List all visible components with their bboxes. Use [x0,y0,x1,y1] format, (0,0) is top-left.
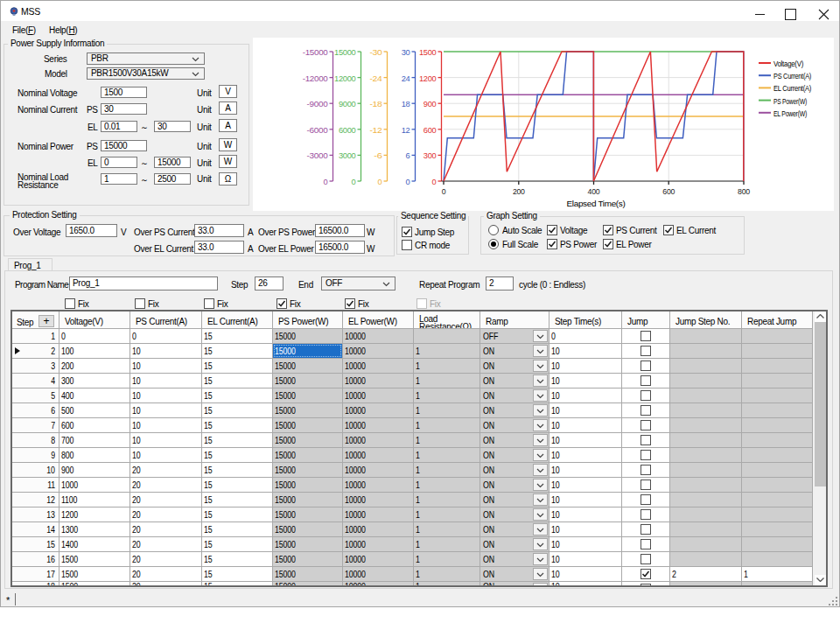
svg-text:12: 12 [402,125,410,135]
svg-text:EL Current(A): EL Current(A) [774,83,811,93]
svg-text:900: 900 [424,99,437,108]
svg-text:800: 800 [738,186,750,196]
svg-text:600: 600 [424,125,437,135]
svg-text:18: 18 [402,99,410,108]
svg-text:-6: -6 [374,150,382,160]
svg-text:15000: 15000 [334,47,356,57]
svg-text:200: 200 [513,186,525,196]
svg-text:-12: -12 [369,125,382,135]
svg-text:0: 0 [352,177,356,186]
svg-text:-18: -18 [369,99,382,108]
svg-text:0: 0 [442,186,446,196]
svg-text:0: 0 [406,177,410,186]
svg-text:Voltage(V): Voltage(V) [774,59,803,68]
svg-text:-6000: -6000 [307,125,328,135]
svg-text:-24: -24 [369,74,382,83]
svg-text:-12000: -12000 [303,74,328,83]
svg-text:400: 400 [588,186,600,196]
svg-text:6: 6 [406,150,410,160]
svg-text:12000: 12000 [334,74,356,83]
svg-text:PS Power(W): PS Power(W) [774,96,807,106]
svg-text:9000: 9000 [339,99,356,108]
svg-text:1200: 1200 [419,74,437,83]
svg-text:-30: -30 [369,47,382,57]
svg-text:30: 30 [402,47,410,57]
svg-text:0: 0 [324,177,328,186]
svg-text:24: 24 [402,74,410,83]
svg-text:600: 600 [662,186,675,196]
svg-text:300: 300 [424,150,437,160]
svg-text:-3000: -3000 [307,150,328,160]
svg-text:Elapsed Time(s): Elapsed Time(s) [567,199,626,208]
svg-text:3000: 3000 [339,150,356,160]
svg-text:-9000: -9000 [307,99,328,108]
svg-text:6000: 6000 [339,125,356,135]
svg-text:PS Current(A): PS Current(A) [774,71,811,80]
svg-text:0: 0 [378,177,382,186]
svg-text:0: 0 [432,177,437,186]
svg-text:1500: 1500 [419,47,437,57]
svg-text:-15000: -15000 [303,47,328,57]
svg-text:EL Power(W): EL Power(W) [774,108,807,118]
